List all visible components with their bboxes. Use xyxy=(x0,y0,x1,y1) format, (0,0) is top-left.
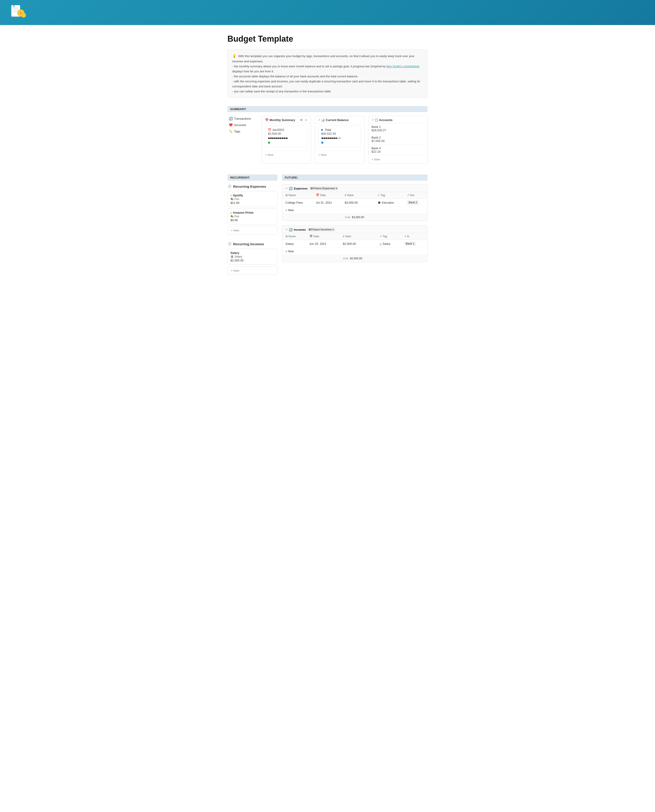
sidebar-item-label: Accounts xyxy=(234,123,246,127)
sum-label-exp: SUM xyxy=(344,216,350,219)
recurrent-header: RECURRENT: xyxy=(228,174,277,181)
arrow-icon-tag: ↗ xyxy=(378,194,380,197)
total-label: Total xyxy=(325,128,331,131)
logo: $ $ xyxy=(9,3,27,22)
recurring-incomes-add-new[interactable]: + New xyxy=(228,267,277,275)
account-balance: $28,500.27 xyxy=(372,129,424,132)
recurring-expense-item[interactable]: □ Amazon Prime 🎭 Fun $9.90 xyxy=(228,208,277,224)
salary-tag-icon: 🏦 xyxy=(231,255,234,258)
card-controls: ⊞ ∨ xyxy=(299,118,308,122)
future-expenses-wrapper: ↗ 🔄 Expenses ⊞ Future Expenses ∨ ⊞ Name … xyxy=(282,184,427,221)
svg-point-7 xyxy=(22,13,26,17)
list-icon: 📋 xyxy=(375,118,378,122)
summary-nav: 🔄 Transactions ❤️ Accounts 🏷️ Tags xyxy=(228,116,257,135)
expenses-title: Expenses xyxy=(294,187,308,190)
info-intro: With this template you can organize your… xyxy=(232,54,415,63)
accounts-list: Bank 1 $28,500.27 Bank 2 $7,000.00 Bank … xyxy=(368,123,427,155)
sum-value-inc: $2,500.00 xyxy=(350,257,362,260)
accounts-add-new[interactable]: + New xyxy=(368,155,427,163)
incomes-add-row[interactable]: + New xyxy=(282,248,427,255)
chevron-down-icon-exp: ∨ xyxy=(335,187,338,190)
arrow-icon-in: ↗ xyxy=(404,235,406,238)
table-row[interactable]: College Fees Jul 31, 2021 $3,000.00 🎓 Ed… xyxy=(282,199,427,206)
account-item[interactable]: Bank 1 $28,500.27 xyxy=(368,123,427,134)
incomes-view-switcher[interactable]: ⊞ Future Incomes ∨ xyxy=(307,228,335,232)
monthly-add-new[interactable]: + New xyxy=(262,151,311,159)
salary-name: Salary xyxy=(231,251,239,254)
sidebar-item-tags[interactable]: 🏷️ Tags xyxy=(228,129,257,134)
sidebar-item-accounts[interactable]: ❤️ Accounts xyxy=(228,122,257,128)
timer-icon-exp: ⏱️ xyxy=(228,184,232,188)
recurring-expenses-section: ⏱️ Recurring Expenses □ Spotify 🎭 Fun $2… xyxy=(228,184,277,234)
accounts-card-header: ↗ 📋 Accounts xyxy=(368,116,427,123)
expenses-add-new[interactable]: + New xyxy=(282,206,313,214)
expenses-sum-label xyxy=(282,214,341,221)
recurring-income-item[interactable]: Salary 🏦 Salary $2,500.00 xyxy=(228,249,277,265)
future-header: FUTURE: xyxy=(282,174,427,181)
info-line2: - the accounts table displays the balanc… xyxy=(232,74,423,79)
incomes-sum-value: SUM $2,500.00 xyxy=(340,255,377,262)
current-balance-card: ↗ 📊 Current Balance Total $35,522.45 ●●●… xyxy=(315,116,364,163)
chevron-down-icon[interactable]: ∨ xyxy=(304,118,308,122)
arrow-icon-out: ↗ xyxy=(407,194,409,197)
bulb-icon: 💡 xyxy=(232,53,237,59)
balance-add-new[interactable]: + New xyxy=(315,151,364,159)
expense-name: College Fees xyxy=(282,199,313,206)
spotify-name: Spotify xyxy=(233,194,243,197)
info-line4: - you can safely save the receipt of any… xyxy=(232,89,423,94)
expenses-add-row[interactable]: + New xyxy=(282,206,427,214)
sidebar-item-label: Transactions xyxy=(234,117,251,120)
expense-value: $3,000.00 xyxy=(341,199,374,206)
account-item[interactable]: Bank 2 $7,000.00 xyxy=(368,134,427,145)
education-label: Education xyxy=(382,201,394,204)
account-item[interactable]: Bank 4 $22.18 xyxy=(368,145,427,155)
incomes-add-new[interactable]: + New xyxy=(282,248,306,255)
bank-chip-exp: Bank 2 xyxy=(407,200,419,205)
ben-smith-link[interactable]: Ben Smith's contribution xyxy=(387,65,418,68)
fun-tag-0: Fun xyxy=(234,197,239,201)
spotify-icon: □ xyxy=(231,194,232,197)
future-expenses-header: ↗ 🔄 Expenses ⊞ Future Expenses ∨ xyxy=(282,185,427,192)
page-content: Budget Template 💡 With this template you… xyxy=(223,25,432,307)
summary-layout: 🔄 Transactions ❤️ Accounts 🏷️ Tags 📅 xyxy=(228,116,427,163)
monthly-summary-body: ⏰ Jun/2021 $2,500.00 ●●●●●●●●●● xyxy=(262,123,311,151)
recurring-expense-item[interactable]: □ Spotify 🎭 Fun $21.90 xyxy=(228,191,277,207)
expenses-table: ⊞ Name 📅 Date # Value ↗ Tag ↗ Out Colleg… xyxy=(282,192,427,221)
future-incomes-header: ↗ 🔄 Incomes ⊞ Future Incomes ∨ xyxy=(282,226,427,233)
fun-tag-icon-0: 🎭 xyxy=(231,197,234,201)
table-row[interactable]: Salary Jun 25, 2021 $2,500.00 △ Salary B… xyxy=(282,240,427,248)
monthly-summary-title: Monthly Summary xyxy=(269,118,295,122)
expenses-view-switcher[interactable]: ⊞ Future Expenses ∨ xyxy=(309,186,339,190)
expense-out: Bank 2 xyxy=(404,199,427,206)
recurring-incomes-label: Recurring Incomes xyxy=(233,242,264,246)
incomes-view-label: Future Incomes xyxy=(311,228,332,231)
balance-progress: ●●●●●●●●○○ xyxy=(321,136,358,140)
accounts-card: ↗ 📋 Accounts Bank 1 $28,500.27 Bank 2 $7… xyxy=(368,116,428,163)
amazon-icon: □ xyxy=(231,211,232,214)
recurring-expenses-add-new[interactable]: + New xyxy=(228,226,277,234)
green-dot xyxy=(268,142,270,144)
monthly-entry[interactable]: ⏰ Jun/2021 $2,500.00 ●●●●●●●●●● xyxy=(265,126,308,147)
accounts-icon: ❤️ xyxy=(229,123,233,127)
current-balance-body: Total $35,522.45 ●●●●●●●●○○ xyxy=(315,123,364,151)
cal-icon-date-inc: 📅 xyxy=(309,235,313,238)
incomes-sub-icon: 🔄 xyxy=(289,228,292,231)
expenses-sum-value: SUM $3,000.00 xyxy=(341,214,374,221)
salary-tag-label: Salary xyxy=(383,242,390,245)
arrow-icon-accounts: ↗ xyxy=(372,119,374,122)
grid-view-icon-inc: ⊞ xyxy=(309,228,311,231)
grid-icon[interactable]: ⊞ xyxy=(299,118,303,122)
tags-icon: 🏷️ xyxy=(229,129,233,133)
arrow-icon: ↗ xyxy=(318,119,320,122)
account-name: Bank 2 xyxy=(372,136,424,139)
hash-icon-value: # xyxy=(344,194,346,197)
balance-blue-dot xyxy=(321,142,323,144)
bottom-sections: RECURRENT: ⏱️ Recurring Expenses □ Spoti… xyxy=(228,174,427,282)
incomes-table: ⊞ Nome 📅 Date # Valor ↗ Tag ↗ In Salary … xyxy=(282,233,427,262)
balance-entry[interactable]: Total $35,522.45 ●●●●●●●●○○ xyxy=(318,126,361,147)
timer-icon-inc: ⏱️ xyxy=(228,242,232,246)
info-line1-pre: - the monthly summary allows you to know… xyxy=(232,65,387,68)
arrow-icon-tag-inc: ↗ xyxy=(380,235,382,238)
grid-icon-nome: ⊞ xyxy=(285,235,288,238)
sidebar-item-transactions[interactable]: 🔄 Transactions xyxy=(228,116,257,121)
